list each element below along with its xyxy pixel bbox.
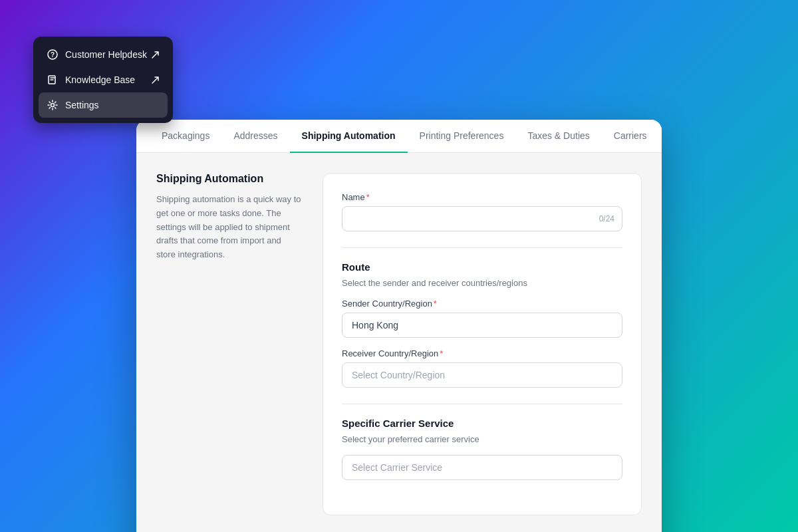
customer-helpdesk-label: Customer Helpdesk [65, 49, 147, 60]
sender-label: Sender Country/Region* [342, 299, 622, 309]
external-link-icon [150, 50, 160, 59]
tab-addresses[interactable]: Addresses [221, 120, 289, 153]
dropdown-menu: ? Customer Helpdesk Knowledge Base [33, 37, 173, 123]
carrier-input[interactable] [342, 455, 622, 480]
name-input[interactable] [342, 206, 622, 231]
main-card: Packagings Addresses Shipping Automation… [136, 120, 662, 532]
sender-required-star: * [434, 299, 437, 309]
book-icon [47, 74, 59, 86]
route-title: Route [342, 261, 622, 273]
question-circle-icon: ? [47, 49, 59, 61]
section-description: Shipping automation is a quick way to ge… [156, 193, 303, 262]
tab-carriers[interactable]: Carriers [602, 120, 659, 153]
external-link-icon-2 [150, 75, 160, 84]
tab-printing-preferences[interactable]: Printing Preferences [408, 120, 516, 153]
name-input-wrapper: 0/24 [342, 206, 622, 231]
svg-point-3 [51, 104, 55, 107]
content-area: Shipping Automation Shipping automation … [136, 153, 662, 532]
char-count: 0/24 [599, 214, 614, 223]
receiver-field-group: Receiver Country/Region* [342, 348, 622, 388]
tab-taxes-duties[interactable]: Taxes & Duties [515, 120, 601, 153]
name-section: Name* 0/24 [342, 192, 622, 231]
carrier-title: Specific Carrier Service [342, 418, 622, 429]
sender-input[interactable] [342, 313, 622, 338]
left-panel: Shipping Automation Shipping automation … [156, 173, 303, 515]
route-subtitle: Select the sender and receiver countries… [342, 278, 622, 288]
settings-label: Settings [65, 100, 99, 110]
gear-icon [47, 99, 59, 111]
dropdown-item-customer-helpdesk[interactable]: ? Customer Helpdesk [39, 42, 168, 67]
dropdown-item-settings[interactable]: Settings [39, 92, 168, 118]
sender-field-group: Sender Country/Region* [342, 299, 622, 338]
knowledge-base-label: Knowledge Base [65, 74, 135, 85]
route-section: Route Select the sender and receiver cou… [342, 261, 622, 388]
tabs-bar: Packagings Addresses Shipping Automation… [136, 120, 662, 153]
name-label: Name* [342, 192, 622, 202]
receiver-input[interactable] [342, 362, 622, 388]
form-panel: Name* 0/24 Route Select the sender and r… [323, 173, 642, 515]
tab-shipping-automation[interactable]: Shipping Automation [290, 120, 408, 153]
section-title: Shipping Automation [156, 173, 303, 185]
receiver-required-star: * [440, 348, 443, 358]
divider-1 [342, 247, 622, 248]
carrier-subtitle: Select your preferred carrier service [342, 434, 622, 444]
tab-packagings[interactable]: Packagings [150, 120, 221, 153]
divider-2 [342, 404, 622, 404]
carrier-section: Specific Carrier Service Select your pre… [342, 418, 622, 480]
receiver-label: Receiver Country/Region* [342, 348, 622, 358]
dropdown-item-knowledge-base[interactable]: Knowledge Base [39, 67, 168, 92]
name-required-star: * [366, 192, 370, 202]
svg-text:?: ? [51, 51, 55, 59]
